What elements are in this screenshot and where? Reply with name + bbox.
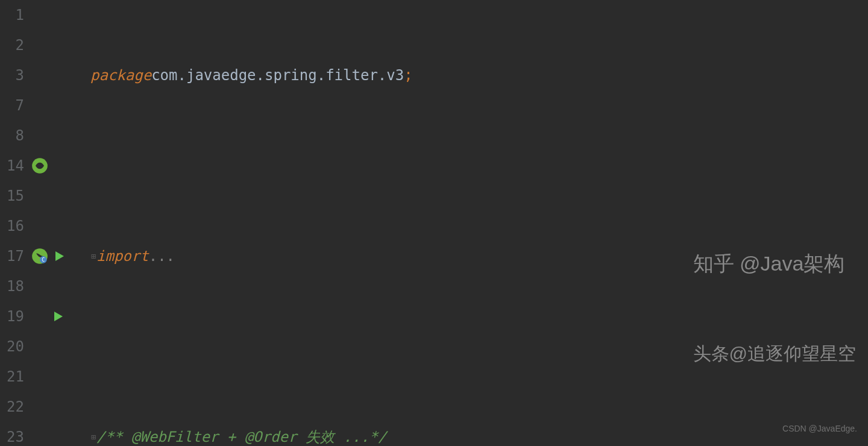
watermark: 知乎 @Java架构 头条@追逐仰望星空 xyxy=(693,188,856,429)
folded-ellipsis[interactable]: ... xyxy=(149,241,175,271)
line-number: 7 xyxy=(0,90,24,121)
fold-expand-icon[interactable]: ⊞ xyxy=(90,241,96,271)
line-number: 14 xyxy=(0,151,24,181)
code-editor[interactable]: 1 2 3 7 8 14 15 16 17 18 19 20 21 22 23 … xyxy=(0,0,868,446)
line-number: 1 xyxy=(0,0,24,30)
line-number: 23 xyxy=(0,422,24,446)
line-number: 8 xyxy=(0,121,24,151)
run-method-gutter-icon[interactable] xyxy=(51,301,65,331)
gutter-icons-column: C xyxy=(29,0,84,446)
line-number: 17 xyxy=(0,241,24,271)
keyword-package: package xyxy=(90,60,151,90)
line-number: 22 xyxy=(0,392,24,422)
line-number: 16 xyxy=(0,211,24,241)
line-number: 19 xyxy=(0,301,24,331)
play-icon[interactable] xyxy=(52,249,66,263)
line-number: 2 xyxy=(0,30,24,60)
package-name: com.javaedge.spring.filter.v3 xyxy=(151,60,404,90)
line-number: 15 xyxy=(0,181,24,211)
code-line[interactable]: ⊞ /** @WebFilter + @Order 失效 ...*/ xyxy=(90,422,868,446)
code-line[interactable]: ⊞ import ... xyxy=(90,241,868,271)
line-number: 21 xyxy=(0,362,24,392)
run-class-gutter-icon[interactable]: C xyxy=(31,241,66,271)
line-number: 20 xyxy=(0,331,24,362)
keyword-import: import xyxy=(96,241,149,271)
line-number: 18 xyxy=(0,271,24,301)
javadoc-comment: /** @WebFilter + @Order 失效 ...*/ xyxy=(96,422,387,446)
svg-text:C: C xyxy=(42,257,45,263)
code-line[interactable] xyxy=(90,331,868,362)
code-line[interactable]: package com.javaedge.spring.filter.v3; xyxy=(90,60,868,90)
code-area[interactable]: package com.javaedge.spring.filter.v3; ⊞… xyxy=(84,0,868,446)
spring-bean-gutter-icon[interactable] xyxy=(31,151,48,181)
line-number-gutter: 1 2 3 7 8 14 15 16 17 18 19 20 21 22 23 xyxy=(0,0,29,446)
fold-expand-icon[interactable]: ⊞ xyxy=(90,422,96,446)
code-line[interactable] xyxy=(90,151,868,181)
semicolon: ; xyxy=(404,60,412,90)
play-icon[interactable] xyxy=(51,309,65,324)
line-number: 3 xyxy=(0,60,24,90)
